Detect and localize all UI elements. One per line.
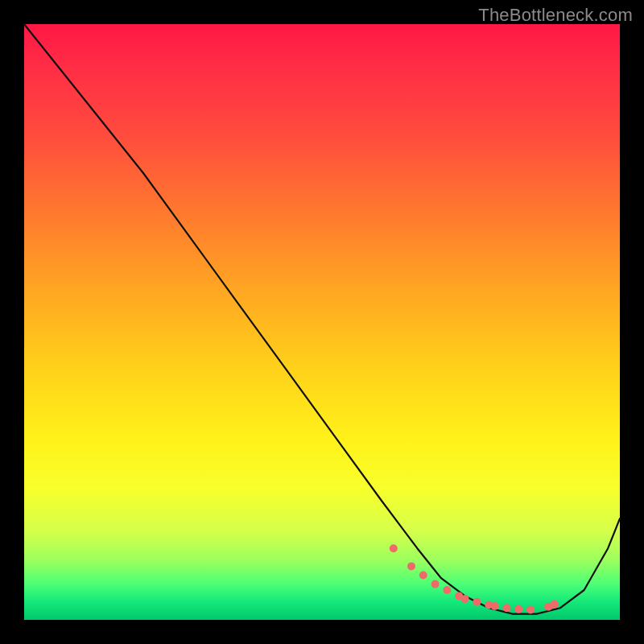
highlight-dots-group xyxy=(390,544,559,613)
chart-stage: TheBottleneck.com xyxy=(0,0,644,644)
curve-layer xyxy=(24,24,620,620)
highlight-dot xyxy=(502,604,510,612)
highlight-dot xyxy=(461,595,469,603)
highlight-dot xyxy=(526,605,535,613)
bottleneck-curve-path xyxy=(24,24,620,614)
gradient-plot-area xyxy=(24,24,620,620)
highlight-dot xyxy=(431,580,440,588)
highlight-dot xyxy=(390,544,398,552)
highlight-dot xyxy=(443,586,451,594)
highlight-dot xyxy=(551,601,559,609)
highlight-dot xyxy=(514,605,522,613)
highlight-dot xyxy=(419,572,427,580)
watermark-label: TheBottleneck.com xyxy=(478,5,633,26)
highlight-dot xyxy=(473,598,481,606)
highlight-dot xyxy=(407,562,415,570)
highlight-dot xyxy=(491,602,499,610)
